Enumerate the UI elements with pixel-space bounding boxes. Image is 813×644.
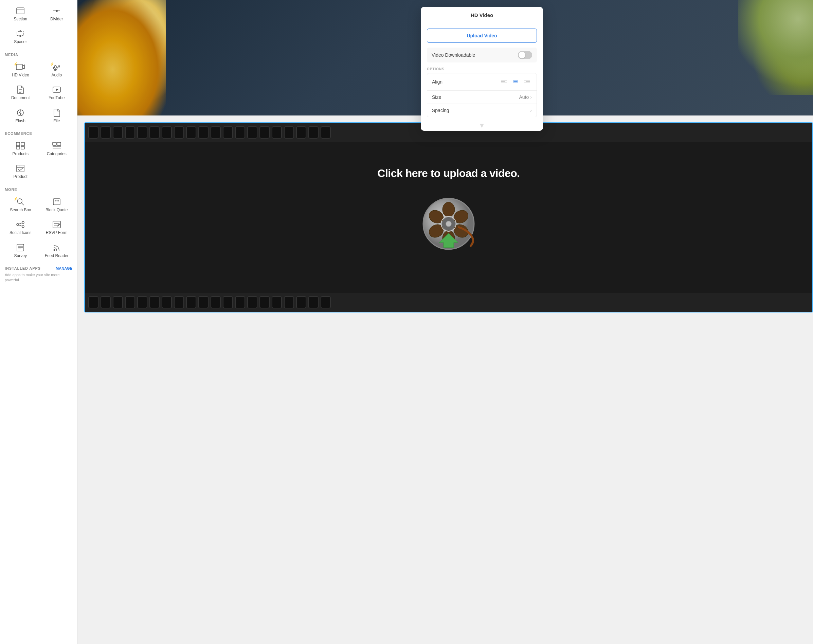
film-hole — [174, 296, 184, 308]
film-hole — [321, 296, 331, 308]
options-label: OPTIONS — [427, 67, 537, 71]
svg-point-37 — [22, 221, 24, 224]
video-upload-area[interactable]: Click here to upload a video. — [84, 122, 813, 313]
film-hole — [284, 296, 294, 308]
film-hole — [149, 126, 159, 139]
size-option-row[interactable]: Size Auto › — [427, 91, 537, 104]
document-label: Document — [11, 95, 30, 100]
svg-text:": " — [57, 199, 60, 204]
align-right-button[interactable] — [522, 77, 532, 87]
film-hole — [174, 126, 184, 139]
svg-point-61 — [442, 202, 455, 217]
sidebar-item-section[interactable]: Section — [3, 3, 38, 25]
sidebar-item-product[interactable]: Product — [3, 160, 38, 182]
upload-video-button[interactable]: Upload Video — [427, 29, 537, 43]
svg-marker-18 — [56, 88, 58, 91]
svg-line-32 — [21, 203, 24, 205]
svg-point-38 — [22, 225, 24, 228]
video-downloadable-row: Video Downloadable — [427, 48, 537, 63]
film-hole — [235, 296, 245, 308]
audio-icon — [52, 63, 61, 71]
sidebar-item-search-box[interactable]: Search Box — [3, 193, 38, 216]
popup-title: HD Video — [421, 7, 543, 23]
film-hole — [296, 126, 306, 139]
film-hole — [211, 296, 221, 308]
product-icon — [15, 164, 25, 173]
search-box-icon — [15, 198, 25, 206]
svg-point-48 — [53, 249, 55, 251]
youtube-label: YouTube — [49, 95, 64, 100]
svg-rect-25 — [57, 142, 61, 146]
more-items-grid: Search Box " " Block Quote — [0, 193, 77, 262]
spacer-icon — [15, 29, 25, 38]
align-left-button[interactable] — [499, 77, 509, 87]
size-option-label: Size — [432, 94, 441, 100]
sidebar-item-rsvp-form[interactable]: RSVP Form — [39, 216, 75, 238]
installed-apps-description: Add apps to make your site more powerful… — [5, 272, 72, 283]
spacer-label: Spacer — [14, 39, 27, 44]
svg-point-68 — [446, 221, 451, 227]
svg-rect-24 — [53, 142, 57, 146]
sidebar-item-social-icons[interactable]: Social Icons — [3, 216, 38, 238]
products-label: Products — [12, 152, 29, 156]
film-hole — [137, 126, 147, 139]
section-icon — [15, 7, 25, 15]
media-section-label: MEDIA — [0, 48, 77, 59]
size-value-row: Auto › — [519, 94, 532, 100]
popup-caret: ▼ — [421, 122, 543, 131]
film-hole — [137, 296, 147, 308]
film-hole — [211, 126, 221, 139]
main-area: HD Video Upload Video Video Downloadable… — [77, 0, 813, 644]
audio-label: Audio — [51, 73, 62, 77]
sidebar-item-flash[interactable]: Flash — [3, 104, 38, 127]
sidebar-item-feed-reader[interactable]: Feed Reader — [39, 239, 75, 262]
film-hole — [223, 126, 233, 139]
film-hole — [223, 296, 233, 308]
products-icon — [15, 142, 25, 150]
svg-point-31 — [17, 199, 22, 204]
search-box-label: Search Box — [10, 207, 31, 212]
block-quote-label: Block Quote — [46, 207, 67, 212]
film-hole — [101, 126, 111, 139]
sidebar-item-audio[interactable]: Audio — [39, 59, 75, 81]
document-icon — [15, 86, 25, 94]
survey-label: Survey — [14, 253, 27, 258]
sidebar-item-survey[interactable]: Survey — [3, 239, 38, 262]
film-hole — [321, 126, 331, 139]
file-label: File — [53, 118, 60, 123]
sidebar-item-spacer[interactable]: Spacer — [3, 26, 38, 48]
divider-icon — [52, 7, 61, 15]
sidebar-item-products[interactable]: Products — [3, 138, 38, 159]
sidebar-item-divider[interactable]: Divider — [39, 3, 75, 25]
sidebar-item-hd-video[interactable]: HD Video — [3, 59, 38, 81]
hd-video-label: HD Video — [12, 73, 29, 77]
media-items-grid: HD Video Audio — [0, 59, 77, 127]
film-hole — [88, 126, 98, 139]
svg-rect-28 — [17, 165, 24, 172]
align-center-button[interactable] — [511, 77, 520, 87]
sidebar-item-file[interactable]: File — [39, 104, 75, 127]
film-hole — [162, 296, 172, 308]
svg-point-3 — [56, 10, 58, 12]
hd-video-icon — [15, 63, 25, 71]
film-strip-bottom — [85, 293, 812, 312]
sidebar-item-categories[interactable]: Categories — [39, 138, 75, 159]
block-quote-icon: " " — [52, 198, 61, 206]
spacing-option-row[interactable]: Spacing › — [427, 104, 537, 117]
manage-link[interactable]: MANAGE — [56, 266, 72, 270]
spacing-option-label: Spacing — [432, 108, 449, 113]
svg-rect-4 — [17, 32, 24, 36]
feed-reader-icon — [52, 244, 61, 252]
film-hole — [198, 126, 208, 139]
sidebar-item-block-quote[interactable]: " " Block Quote — [39, 193, 75, 216]
sidebar-item-document[interactable]: Document — [3, 81, 38, 104]
svg-rect-7 — [16, 64, 22, 70]
film-hole — [284, 126, 294, 139]
sidebar-item-youtube[interactable]: YouTube — [39, 81, 75, 104]
film-hole — [272, 126, 282, 139]
video-downloadable-toggle[interactable] — [518, 51, 532, 59]
product-label: Product — [14, 174, 28, 179]
film-hole — [125, 126, 135, 139]
installed-apps-title: INSTALLED APPS — [5, 266, 41, 270]
film-hole — [308, 126, 318, 139]
